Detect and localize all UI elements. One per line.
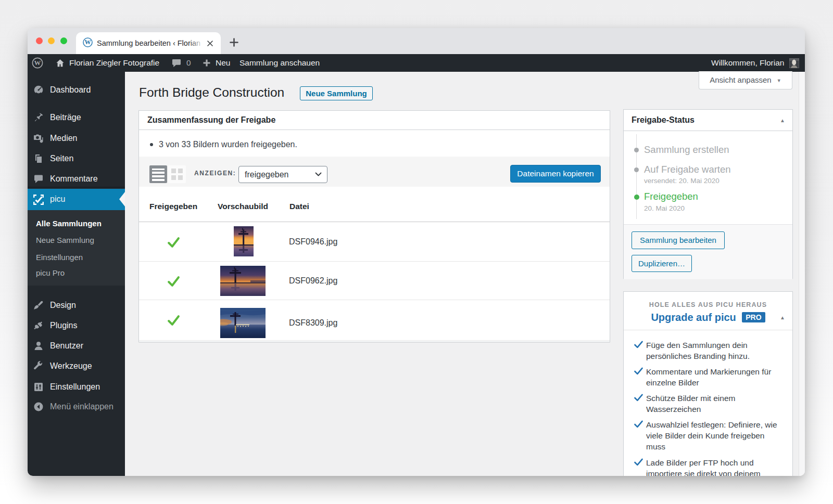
svg-text:W: W: [84, 38, 91, 46]
svg-text:W: W: [34, 59, 41, 67]
